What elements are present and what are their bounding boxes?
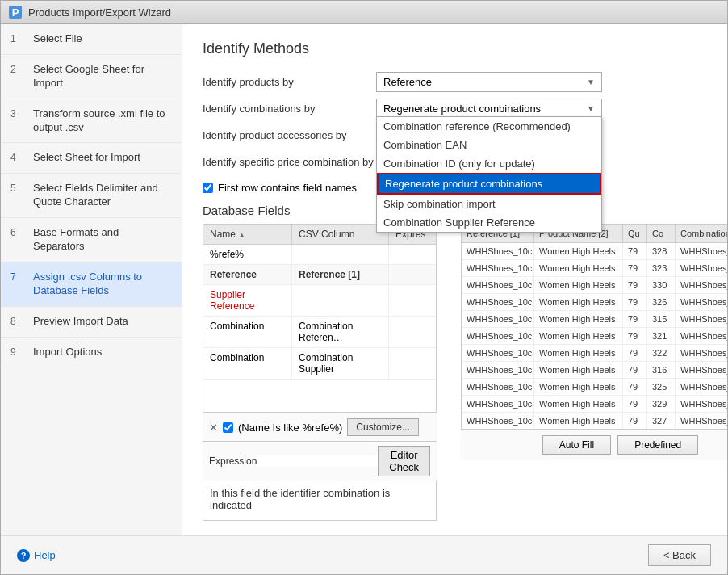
csv-data-row-4: WHHShoes_10cm Women High Heels 79 315 WH… — [462, 311, 727, 328]
dropdown-item-5[interactable]: Combination Supplier Reference — [377, 213, 601, 232]
identify-products-row: Identify products by Reference ▼ — [203, 72, 707, 92]
sidebar-item-number-9: 9 — [10, 346, 25, 358]
identify-combinations-label: Identify combinations by — [203, 103, 376, 115]
sidebar-item-number-2: 2 — [10, 64, 25, 75]
sidebar-item-8[interactable]: 8 Preview Import Data — [1, 307, 182, 338]
nav-buttons: < Back — [648, 544, 711, 566]
window-title: Products Import/Export Wizard — [28, 6, 171, 19]
filter-active-checkbox[interactable] — [223, 422, 233, 433]
db-fields-table: Name ▲ CSV Column Expres %refe% Refe — [203, 224, 437, 413]
sidebar-item-label-2: Select Google Sheet for Import — [33, 63, 172, 90]
sidebar-item-2[interactable]: 2 Select Google Sheet for Import — [1, 55, 182, 99]
identify-combinations-control: Regenerate product combinations ▼ Combin… — [376, 99, 602, 119]
comb1-csv-cell: Combination Referen… — [292, 317, 389, 347]
dropdown-item-1[interactable]: Combination EAN — [377, 136, 601, 154]
info-box: In this field the identifier combination… — [203, 481, 437, 521]
combinations-dropdown: Combination reference (Recommended) Comb… — [376, 116, 602, 233]
identify-combinations-row: Identify combinations by Regenerate prod… — [203, 99, 707, 119]
title-bar: P Products Import/Export Wizard — [1, 1, 727, 24]
sidebar-item-label-6: Base Formats and Separators — [33, 226, 172, 254]
first-row-label: First row contains field names — [218, 182, 357, 194]
bottom-bar: ? Help < Back — [1, 535, 727, 574]
comb2-expr-cell — [389, 348, 436, 379]
filter-remove-icon[interactable]: ✕ — [209, 422, 218, 434]
dropdown-item-2[interactable]: Combination ID (only for update) — [377, 154, 601, 173]
predefined-button[interactable]: Predefined — [617, 435, 698, 455]
table-row-combination-2[interactable]: Combination Combination Supplier — [203, 348, 436, 380]
dropdown-item-4[interactable]: Skip combination import — [377, 195, 601, 213]
csv-data-row-7: WHHShoes_10cm Women High Heels 79 316 WH… — [462, 362, 727, 379]
help-icon: ? — [17, 549, 30, 562]
sidebar-item-label-1: Select File — [33, 32, 82, 46]
table-row-filter: %refe% — [203, 245, 436, 265]
identify-accessories-label: Identify product accessories by — [203, 129, 376, 141]
sidebar-item-4[interactable]: 4 Select Sheet for Import — [1, 143, 182, 174]
csv-data-row-6: WHHShoes_10cm Women High Heels 79 322 WH… — [462, 345, 727, 362]
csv-data-row-1: WHHShoes_10cm Women High Heels 79 323 WH… — [462, 260, 727, 277]
sidebar-item-label-4: Select Sheet for Import — [33, 151, 140, 165]
csv-data-row-8: WHHShoes_10cm Women High Heels 79 325 WH… — [462, 379, 727, 396]
sidebar-item-7[interactable]: 7 Assign .csv Columns to Database Fields — [1, 262, 182, 307]
customize-button[interactable]: Customize... — [347, 418, 419, 436]
comb1-expr-cell — [389, 317, 436, 347]
main-window: P Products Import/Export Wizard 1 Select… — [0, 0, 728, 575]
db-csv-section: Database Fields Name ▲ CSV Column Expres… — [203, 204, 707, 521]
back-button[interactable]: < Back — [648, 544, 711, 566]
app-icon: P — [9, 6, 22, 19]
sidebar-item-9[interactable]: 9 Import Options — [1, 338, 182, 368]
table-row-supplier: Supplier Reference — [203, 285, 436, 317]
sidebar-item-5[interactable]: 5 Select Fields Delimiter and Quote Char… — [1, 174, 182, 218]
csv-header-qu: Qu — [623, 225, 647, 242]
table-row-ref[interactable]: Reference Reference [1] — [203, 265, 436, 285]
sidebar-item-number-4: 4 — [10, 152, 25, 163]
dropdown-item-0[interactable]: Combination reference (Recommended) — [377, 117, 601, 136]
expression-label: Expression — [209, 455, 257, 467]
filter-name-cell: %refe% — [203, 245, 292, 264]
first-row-checkbox[interactable] — [203, 183, 213, 193]
filter-text: (Name Is like %refe%) — [238, 422, 342, 434]
csv-data-row-5: WHHShoes_10cm Women High Heels 79 321 WH… — [462, 328, 727, 345]
sidebar-item-label-3: Transform source .xml file to output .cs… — [33, 107, 172, 135]
expression-input[interactable] — [257, 455, 378, 467]
sidebar-item-number-8: 8 — [10, 316, 25, 327]
csv-data-row-9: WHHShoes_10cm Women High Heels 79 329 WH… — [462, 396, 727, 413]
supplier-expr-cell — [389, 285, 436, 316]
comb1-name-cell: Combination — [203, 317, 292, 347]
section-title: Identify Methods — [203, 40, 707, 57]
sidebar-item-1[interactable]: 1 Select File — [1, 24, 182, 55]
sidebar-item-label-8: Preview Import Data — [33, 315, 128, 329]
sidebar-item-number-7: 7 — [10, 271, 25, 283]
sidebar-item-label-5: Select Fields Delimiter and Quote Charac… — [33, 182, 172, 209]
identify-price-label: Identify specific price combination by — [203, 156, 376, 168]
sidebar-item-number-1: 1 — [10, 33, 25, 44]
csv-header-co: Co — [647, 225, 676, 242]
table-row-combination-1[interactable]: Combination Combination Referen… — [203, 317, 436, 348]
name-col-header: Name ▲ — [203, 225, 292, 244]
identify-products-label: Identify products by — [203, 76, 376, 88]
sidebar-item-label-7: Assign .csv Columns to Database Fields — [33, 271, 172, 298]
csv-data-row-3: WHHShoes_10cm Women High Heels 79 326 WH… — [462, 294, 727, 311]
sidebar-item-number-5: 5 — [10, 183, 25, 194]
identify-products-select[interactable]: Reference ▼ — [376, 72, 602, 92]
sidebar-item-number-3: 3 — [10, 108, 25, 120]
autofill-button[interactable]: Auto Fill — [542, 435, 611, 455]
csv-col-header: CSV Column — [292, 225, 389, 244]
filter-row: ✕ (Name Is like %refe%) Customize... — [203, 413, 437, 441]
sidebar-item-3[interactable]: 3 Transform source .xml file to output .… — [1, 99, 182, 144]
ref-expr-cell — [389, 265, 436, 284]
db-fields-section: Database Fields Name ▲ CSV Column Expres… — [203, 204, 437, 521]
csv-data-row-0: WHHShoes_10cm Women High Heels 79 328 WH… — [462, 243, 727, 260]
right-panel: Identify Methods Identify products by Re… — [182, 24, 727, 535]
table-empty-space — [203, 380, 436, 412]
help-link[interactable]: ? Help — [17, 549, 56, 562]
main-content: 1 Select File 2 Select Google Sheet for … — [1, 24, 727, 535]
csv-columns-section: .csv file columns Reference [1] Product … — [461, 204, 727, 521]
dropdown-item-3[interactable]: Regenerate product combinations — [377, 173, 601, 195]
sidebar-item-6[interactable]: 6 Base Formats and Separators — [1, 218, 182, 262]
sort-arrow-icon: ▲ — [238, 231, 245, 239]
comb2-csv-cell: Combination Supplier — [292, 348, 389, 379]
editor-check-button[interactable]: Editor Check — [378, 446, 430, 476]
autofill-row: Auto Fill Predefined — [461, 430, 727, 460]
comb2-name-cell: Combination — [203, 348, 292, 379]
csv-data-row-2: WHHShoes_10cm Women High Heels 79 330 WH… — [462, 277, 727, 294]
